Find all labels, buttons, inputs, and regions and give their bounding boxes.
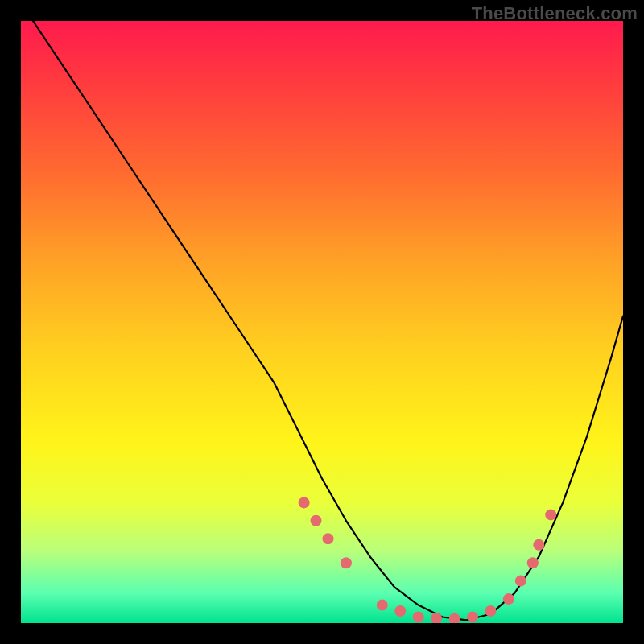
marker-dot — [413, 612, 424, 623]
marker-dot — [311, 515, 322, 526]
marker-dot — [545, 509, 556, 520]
marker-dot — [503, 593, 514, 605]
marker-dot — [467, 612, 478, 623]
marker-dot — [394, 605, 406, 617]
marker-dot — [449, 613, 460, 623]
curve-layer — [21, 21, 623, 623]
bottleneck-curve — [33, 21, 623, 620]
marker-dot — [485, 605, 496, 617]
marker-dot — [377, 600, 388, 611]
marker-dot — [533, 539, 544, 551]
marker-dot — [341, 557, 352, 568]
marker-dot — [431, 613, 442, 623]
curve-markers — [299, 497, 557, 623]
marker-dot — [299, 497, 310, 508]
chart-frame: TheBottleneck.com — [0, 0, 644, 644]
plot-area — [21, 21, 623, 623]
marker-dot — [527, 557, 539, 568]
marker-dot — [323, 533, 334, 544]
marker-dot — [515, 576, 526, 587]
